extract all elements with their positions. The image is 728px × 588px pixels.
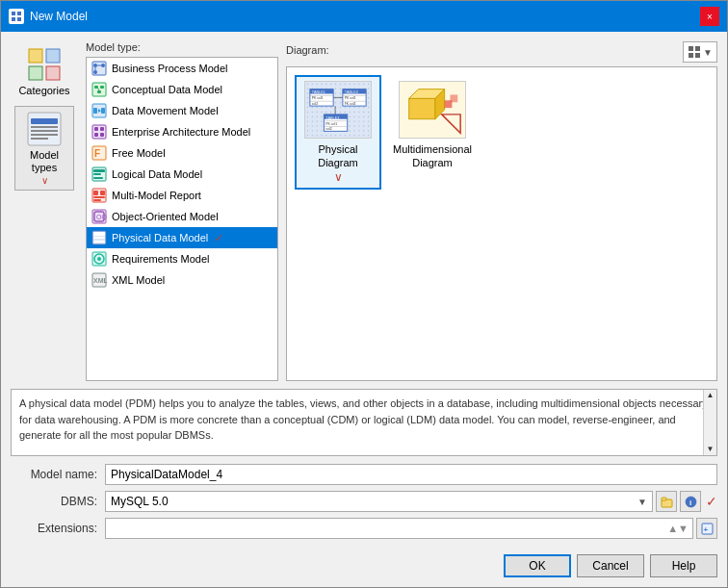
- categories-icon: [26, 46, 63, 83]
- content-area: Categories Model types ∨: [1, 32, 727, 549]
- model-list-item-free[interactable]: F Free Model: [87, 142, 277, 164]
- svg-text:TABLE1: TABLE1: [312, 89, 325, 94]
- svg-text:FK col2: FK col2: [345, 102, 356, 106]
- window-icon: [9, 9, 24, 24]
- dropdown-arrow-icon: ▼: [703, 47, 713, 58]
- model-list-item-business[interactable]: Business Process Model: [87, 58, 277, 79]
- model-list-item-logical-label: Logical Data Model: [112, 168, 202, 180]
- title-bar-left: New Model: [9, 9, 88, 24]
- model-list-item-multimodel[interactable]: Multi-Model Report: [87, 185, 277, 206]
- sidebar-item-model-types[interactable]: Model types ∨: [14, 106, 74, 190]
- model-list-item-xml[interactable]: XML XML Model: [87, 269, 277, 291]
- svg-rect-60: [695, 53, 700, 58]
- svg-rect-38: [93, 173, 101, 175]
- dbms-checkmark: ✓: [706, 494, 717, 509]
- svg-rect-11: [31, 130, 58, 132]
- svg-text:PK col1: PK col1: [325, 122, 337, 126]
- svg-rect-41: [93, 191, 98, 195]
- diagram-panel: Diagram: ▼: [286, 41, 717, 381]
- physical-diagram-thumb: TABLE1 PK col1 col2 TABLE2 PK col1: [304, 81, 372, 139]
- svg-rect-13: [31, 138, 48, 140]
- cancel-button[interactable]: Cancel: [577, 554, 644, 577]
- svg-rect-23: [97, 90, 101, 93]
- extensions-row: Extensions: ▲ ▼ +: [11, 518, 717, 539]
- diagram-grid[interactable]: TABLE1 PK col1 col2 TABLE2 PK col1: [286, 66, 717, 381]
- description-scrollbar[interactable]: ▲ ▼: [703, 390, 716, 455]
- dbms-select[interactable]: MySQL 5.0 ▼: [105, 491, 653, 512]
- model-type-list[interactable]: Business Process Model Conceptual Data M…: [86, 57, 278, 381]
- svg-rect-30: [94, 127, 98, 131]
- diagram-item-physical[interactable]: TABLE1 PK col1 col2 TABLE2 PK col1: [295, 75, 381, 190]
- extensions-label: Extensions:: [11, 522, 97, 535]
- help-button[interactable]: Help: [650, 554, 717, 577]
- svg-rect-22: [100, 86, 104, 89]
- main-row: Categories Model types ∨: [11, 41, 717, 381]
- svg-rect-27: [101, 108, 105, 114]
- svg-rect-1: [17, 12, 21, 15]
- dbms-label: DBMS:: [11, 495, 97, 508]
- model-list-item-physical[interactable]: Physical Data Model ✓: [87, 227, 277, 248]
- form-area: Model name: DBMS: MySQL 5.0 ▼: [11, 464, 717, 539]
- bottom-bar: OK Cancel Help: [1, 549, 727, 587]
- model-list-item-enterprise-label: Enterprise Architecture Model: [112, 126, 250, 138]
- extensions-scroll-down[interactable]: ▼: [678, 523, 689, 534]
- left-sidebar: Categories Model types ∨: [11, 41, 78, 381]
- description-container: A physical data model (PDM) helps you to…: [11, 389, 717, 456]
- svg-rect-21: [94, 86, 98, 89]
- svg-rect-39: [93, 177, 103, 179]
- svg-rect-37: [93, 169, 105, 172]
- svg-rect-32: [94, 133, 98, 137]
- svg-rect-50: [93, 237, 105, 239]
- model-list-item-business-label: Business Process Model: [112, 63, 227, 74]
- model-list-item-enterprise[interactable]: Enterprise Architecture Model: [87, 121, 277, 142]
- extensions-scroll-up[interactable]: ▲: [667, 523, 678, 534]
- model-type-panel: Model type: Business Process Model: [86, 41, 278, 381]
- svg-rect-7: [46, 66, 60, 80]
- svg-rect-33: [100, 133, 104, 137]
- svg-rect-5: [46, 49, 60, 63]
- extensions-button[interactable]: +: [696, 518, 717, 539]
- diagram-item-multidimensional[interactable]: Multidimensional Diagram: [389, 75, 476, 190]
- sidebar-item-categories[interactable]: Categories: [14, 41, 74, 102]
- model-list-item-movement[interactable]: Data Movement Model: [87, 100, 277, 121]
- dbms-folder-button[interactable]: [656, 491, 677, 512]
- dbms-row: DBMS: MySQL 5.0 ▼: [11, 491, 717, 512]
- model-list-item-xml-label: XML Model: [112, 274, 165, 286]
- physical-diagram-label: Physical Diagram: [300, 142, 376, 170]
- scroll-up-arrow[interactable]: ▲: [707, 390, 715, 401]
- dbms-dropdown-arrow: ▼: [637, 497, 647, 507]
- svg-rect-94: [450, 94, 457, 102]
- model-list-item-oo-label: Object-Oriented Model: [112, 211, 219, 222]
- model-list-item-conceptual-label: Conceptual Data Model: [112, 84, 222, 95]
- view-toggle-button[interactable]: ▼: [683, 41, 717, 63]
- multidimensional-diagram-thumb: [399, 81, 466, 139]
- close-button[interactable]: ×: [700, 7, 719, 26]
- model-list-item-oo[interactable]: OO Object-Oriented Model: [87, 206, 277, 227]
- model-list-item-conceptual[interactable]: Conceptual Data Model: [87, 79, 277, 100]
- svg-text:PK col1: PK col1: [345, 96, 356, 100]
- svg-point-17: [93, 70, 97, 74]
- svg-rect-88: [409, 98, 435, 118]
- svg-text:i: i: [689, 499, 691, 507]
- svg-text:XML: XML: [93, 277, 107, 284]
- model-type-label: Model type:: [86, 41, 278, 53]
- diagram-label: Diagram:: [286, 44, 329, 56]
- svg-rect-3: [17, 17, 21, 21]
- svg-rect-58: [695, 46, 700, 51]
- ok-button[interactable]: OK: [504, 554, 571, 577]
- svg-rect-26: [93, 108, 97, 114]
- model-list-item-logical[interactable]: Logical Data Model: [87, 164, 277, 185]
- svg-rect-29: [92, 125, 106, 139]
- svg-rect-51: [93, 241, 105, 243]
- svg-rect-57: [689, 46, 693, 51]
- model-name-row: Model name:: [11, 464, 717, 485]
- dbms-value: MySQL 5.0: [111, 495, 169, 508]
- svg-point-54: [97, 257, 101, 261]
- model-name-input[interactable]: [105, 464, 717, 485]
- svg-point-15: [93, 64, 97, 67]
- dbms-info-button[interactable]: i: [680, 491, 701, 512]
- model-types-label: Model types: [17, 149, 71, 174]
- svg-text:+: +: [703, 525, 708, 534]
- scroll-down-arrow[interactable]: ▼: [707, 444, 715, 455]
- model-list-item-requirements[interactable]: Requirements Model: [87, 248, 277, 269]
